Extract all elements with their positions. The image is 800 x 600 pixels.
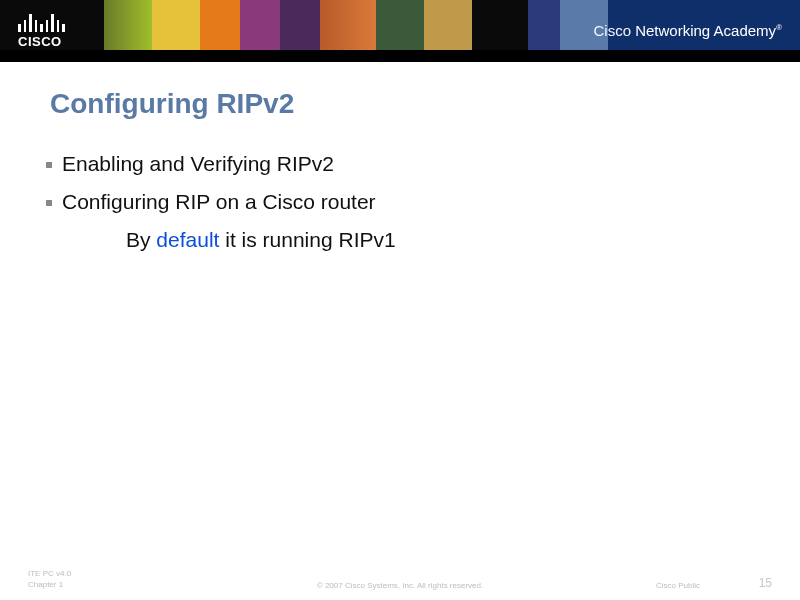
bullet-item: Configuring RIP on a Cisco router [46, 190, 760, 214]
bullet-subline: By default it is running RIPv1 [126, 228, 760, 252]
slide-content: Configuring RIPv2 Enabling and Verifying… [40, 88, 760, 252]
bullet-marker-icon [46, 200, 52, 206]
academy-prefix: Cisco [594, 22, 636, 39]
bullet-text: Enabling and Verifying RIPv2 [62, 152, 334, 176]
subline-prefix: By [126, 228, 156, 251]
registered-mark: ® [776, 23, 782, 32]
footer-course: ITE PC v4.0 [28, 569, 71, 579]
footer-classification: Cisco Public [656, 581, 700, 590]
bullet-text: Configuring RIP on a Cisco router [62, 190, 376, 214]
bullet-marker-icon [46, 162, 52, 168]
page-number: 15 [759, 576, 772, 590]
header-banner: CISCO Cisco Networking Academy® [0, 0, 800, 62]
bullet-item: Enabling and Verifying RIPv2 [46, 152, 760, 176]
slide-title: Configuring RIPv2 [50, 88, 760, 120]
cisco-logo: CISCO [18, 12, 65, 49]
subline-suffix: it is running RIPv1 [219, 228, 395, 251]
cisco-bridge-icon [18, 12, 65, 32]
academy-main: Networking Academy [635, 22, 776, 39]
academy-title: Cisco Networking Academy® [594, 22, 783, 39]
cisco-wordmark: CISCO [18, 34, 65, 49]
subline-highlight: default [156, 228, 219, 251]
header-underline [0, 50, 800, 62]
